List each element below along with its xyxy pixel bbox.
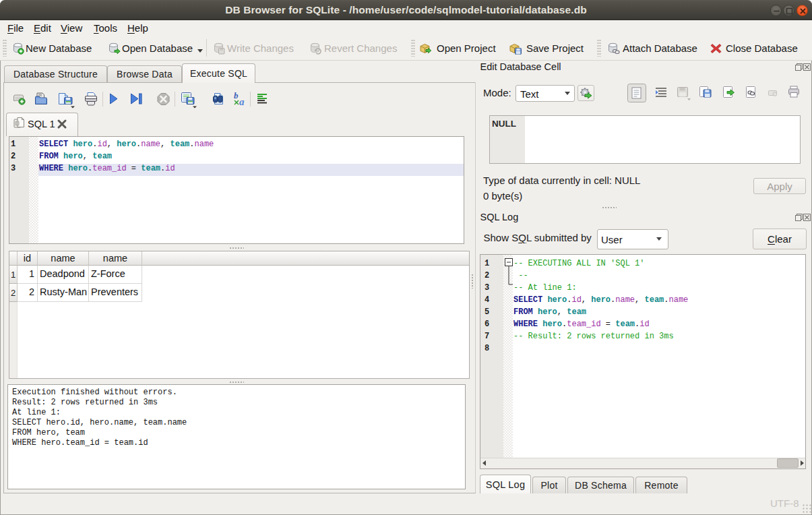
svg-text:b: b [234,90,239,100]
svg-text:a: a [239,96,245,107]
